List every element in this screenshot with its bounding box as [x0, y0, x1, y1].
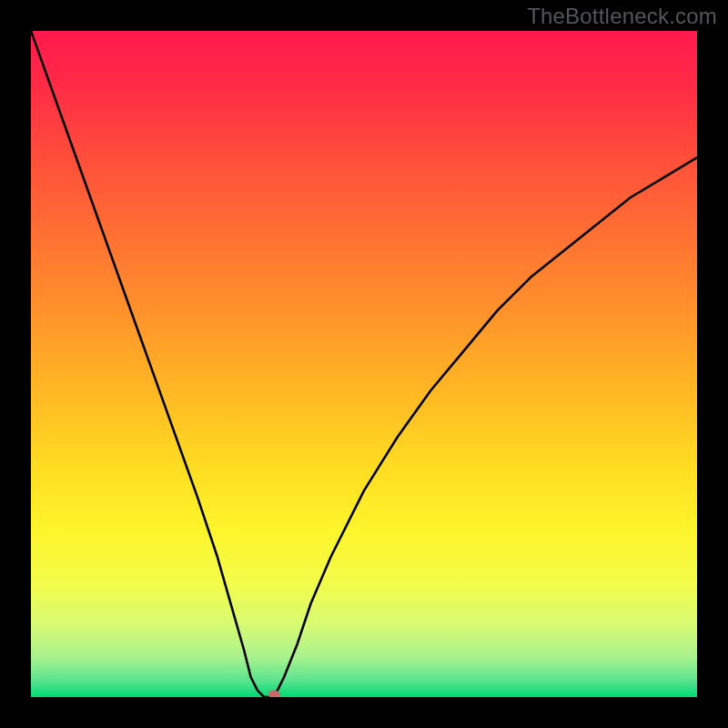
watermark-text: TheBottleneck.com — [527, 4, 717, 29]
plot-area — [31, 31, 697, 697]
gradient-background — [31, 31, 697, 697]
chart-frame: TheBottleneck.com — [0, 0, 728, 728]
plot-svg — [31, 31, 697, 697]
